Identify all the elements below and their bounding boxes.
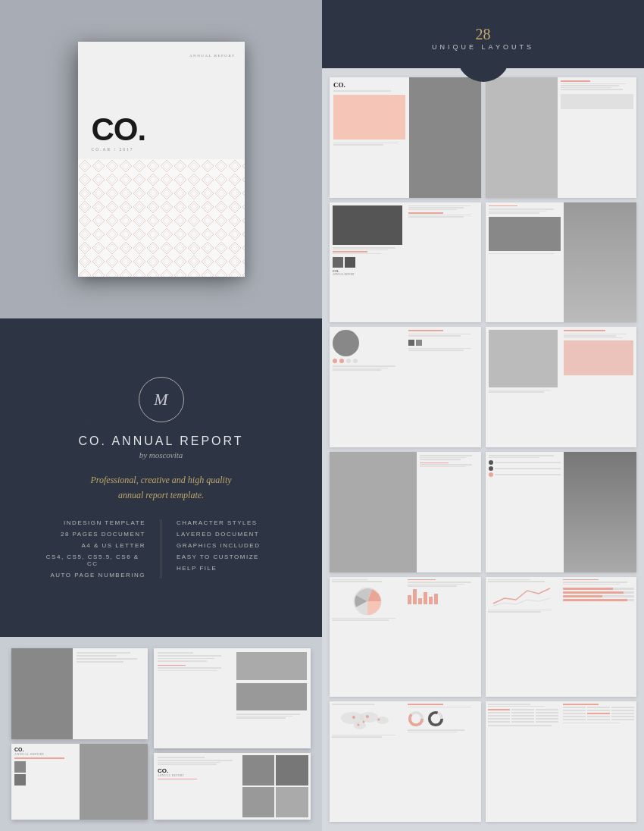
spread-wide-top [154, 648, 311, 748]
svg-rect-2 [78, 159, 245, 277]
features-left-col: INDESIGN TEMPLATE 28 PAGES DOCUMENT A4 &… [40, 519, 158, 579]
feature-customize: EASY TO CUSTOMIZE [177, 553, 259, 560]
page-left-half [11, 648, 73, 739]
spread-page-bottom: CO. ANNUAL REPORT [11, 744, 148, 820]
spread-left: CO. ANNUAL REPORT [11, 648, 148, 820]
feature-indesign: INDESIGN TEMPLATE [64, 519, 145, 526]
thumb-4 [486, 202, 637, 323]
svg-point-8 [352, 716, 355, 719]
product-title: CO. ANNUAL REPORT [78, 434, 243, 448]
svg-point-11 [357, 723, 359, 726]
page-dark-photo [80, 744, 148, 820]
features-divider [161, 519, 161, 579]
info-section: M CO. ANNUAL REPORT by moscovita Profess… [0, 318, 322, 637]
feature-graphics: GRAPHICS INCLUDED [177, 542, 260, 549]
spread-wide-bottom: CO. ANNUAL REPORT [154, 753, 311, 820]
thumb-5 [330, 327, 481, 447]
book-cover: ANNUAL REPORT CO. CO.AR / 2017 [78, 42, 245, 277]
svg-point-7 [354, 722, 366, 729]
cover-top: ANNUAL REPORT CO. CO.AR / 2017 [78, 42, 245, 159]
cover-section: ANNUAL REPORT CO. CO.AR / 2017 [0, 0, 322, 318]
thumb-2 [486, 77, 637, 198]
feature-numbering: AUTO PAGE NUMBERING [50, 572, 145, 579]
features-right-col: CHARACTER STYLES LAYERED DOCUMENT GRAPHI… [165, 519, 283, 579]
spread-section: CO. ANNUAL REPORT [0, 637, 322, 831]
left-panel: ANNUAL REPORT CO. CO.AR / 2017 [0, 0, 322, 831]
svg-point-12 [362, 720, 364, 723]
layouts-number: 28 [476, 26, 491, 43]
thumb-1: CO. [330, 77, 481, 198]
logo-circle: M [139, 377, 184, 422]
tagline-text: Professional, creative and high qualitya… [90, 473, 231, 502]
page-right-half [73, 648, 148, 739]
features-grid: INDESIGN TEMPLATE 28 PAGES DOCUMENT A4 &… [40, 519, 283, 579]
thumb-10 [486, 577, 637, 698]
feature-char-styles: CHARACTER STYLES [177, 519, 258, 526]
svg-point-9 [366, 715, 369, 718]
thumb-12 [486, 701, 637, 822]
cover-pattern [78, 159, 245, 277]
svg-point-10 [377, 718, 380, 720]
thumb-7 [330, 452, 481, 572]
svg-point-5 [360, 712, 378, 723]
by-author: by moscovita [139, 450, 183, 459]
feature-layered: LAYERED DOCUMENT [177, 531, 259, 538]
spread-right: CO. ANNUAL REPORT [154, 648, 311, 820]
thumb-9 [330, 577, 481, 698]
thumb-11 [330, 701, 481, 822]
thumb-8 [486, 452, 637, 572]
feature-pages: 28 PAGES DOCUMENT [61, 531, 145, 538]
cover-co-text: CO. [92, 114, 231, 146]
feature-paper: A4 & US LETTER [81, 542, 145, 549]
spread-page-top [11, 648, 148, 739]
right-panel: 28 UNIQUE LAYOUTS CO. [322, 0, 644, 831]
cover-subtitle: CO.AR / 2017 [92, 147, 231, 152]
layouts-label: UNIQUE LAYOUTS [432, 43, 534, 51]
thumb-3: CO. ANNUAL REPORT [330, 202, 481, 323]
thumb-6 [486, 327, 637, 447]
feature-cs: CS4, CS5, CS5.5, CS6 & CC [40, 553, 146, 567]
feature-help: HELP FILE [177, 565, 217, 572]
thumbnails-grid: CO. [322, 68, 644, 831]
cover-annual-report-text: ANNUAL REPORT [189, 53, 236, 59]
right-header: 28 UNIQUE LAYOUTS [322, 0, 644, 68]
page-co-info: CO. ANNUAL REPORT [11, 744, 80, 820]
logo-m-icon: M [154, 390, 167, 409]
